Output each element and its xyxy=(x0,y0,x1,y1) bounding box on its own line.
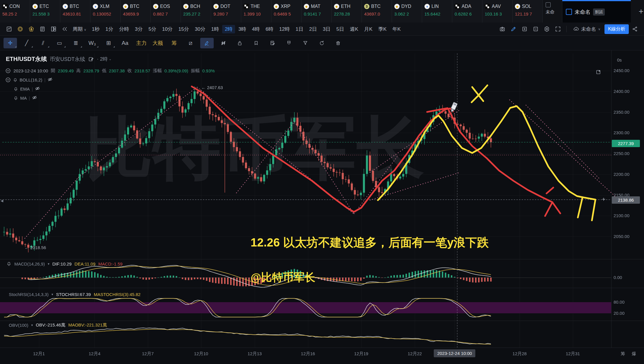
timeframe-2時[interactable]: 2時 xyxy=(222,25,235,33)
ticker-item-etc[interactable]: ◆ETC21.558 3 xyxy=(30,0,60,23)
camera-button[interactable] xyxy=(497,25,507,33)
timeframe-30分[interactable]: 30分 xyxy=(192,25,208,33)
orderbook-button[interactable] xyxy=(37,25,47,33)
ticker-item-ada[interactable]: ADA0.6282 6 xyxy=(452,0,482,23)
burst-corner-button[interactable]: 爆 xyxy=(632,351,636,357)
timeframe-1秒[interactable]: 1秒 xyxy=(89,25,102,33)
ticker-item-the[interactable]: THE1.399 10 xyxy=(241,0,271,23)
macd-caret[interactable]: ▾ xyxy=(48,262,49,266)
ticker-item-aav[interactable]: AAV103.16 3 xyxy=(482,0,513,23)
obv-name[interactable]: OBV(100) xyxy=(9,323,28,328)
timeframe-5日[interactable]: 5日 xyxy=(334,25,347,33)
ticker-item-dot[interactable]: ◆DOT9.280 7 xyxy=(211,0,241,23)
replay-button[interactable] xyxy=(60,25,70,33)
refresh-tool[interactable] xyxy=(315,38,328,48)
ticker-item-sol[interactable]: ◆SOL121.19 7 xyxy=(513,0,543,23)
main-force-tool[interactable]: 主力 xyxy=(135,38,148,48)
timeframe-1分[interactable]: 1分 xyxy=(103,25,116,33)
expand-button[interactable] xyxy=(553,25,563,33)
ticker-item-bch[interactable]: ◆BCH235.27 2 xyxy=(181,0,211,23)
symbol-title[interactable]: ETH/USDT永续 xyxy=(6,55,47,63)
tab-active[interactable]: 未命名 默認 xyxy=(562,0,631,23)
share-button[interactable] xyxy=(630,25,640,33)
chart-canvas[interactable] xyxy=(0,0,644,364)
timeframe-分時[interactable]: 分時 xyxy=(117,25,132,33)
crosshair-plus-icon[interactable]: + xyxy=(602,196,605,203)
ticker-item-mat[interactable]: ◆MAT0.9141 7 xyxy=(302,0,332,23)
gear-button[interactable] xyxy=(542,25,552,33)
kline-analysis-button[interactable]: K線分析 xyxy=(604,24,629,34)
layout-button[interactable] xyxy=(49,25,59,33)
stoch-caret[interactable]: ▾ xyxy=(52,292,53,296)
timeframe-3時[interactable]: 3時 xyxy=(236,25,249,33)
wave-tool[interactable]: W₃ xyxy=(85,38,99,48)
bell-icon[interactable] xyxy=(6,261,11,266)
timeframe-5分[interactable]: 5分 xyxy=(146,25,159,33)
chips-tool[interactable]: 筹 xyxy=(167,38,181,48)
chips-corner-button[interactable]: 筹 xyxy=(621,351,625,357)
collapse-left-arrow[interactable]: ◀ xyxy=(1,199,3,203)
ticker-item-con[interactable]: CON58.25 2 xyxy=(0,0,30,23)
filter-tool[interactable] xyxy=(299,38,312,48)
timeframe-3日[interactable]: 3日 xyxy=(320,25,333,33)
timeframe-季K[interactable]: 季K xyxy=(376,25,389,33)
ticker-item-eos[interactable]: ◆EOS0.882 7 xyxy=(151,0,181,23)
fullscreen-mini-button[interactable] xyxy=(595,69,601,76)
gold-coin-button[interactable] xyxy=(15,25,25,33)
fib-tool[interactable]: ≣ xyxy=(69,38,83,48)
ticker-item-btc[interactable]: ₿BTC43697.0 xyxy=(362,0,392,23)
ticker-item-eth[interactable]: ◆ETH2278.28 xyxy=(332,0,362,23)
shape-tool[interactable]: ▭ xyxy=(53,38,66,48)
big-order-tool[interactable]: 大额 xyxy=(151,38,165,48)
pane-add-button[interactable] xyxy=(520,25,530,33)
collapse-circle-icon[interactable] xyxy=(5,68,11,74)
ticker-item-lin[interactable]: ♦LIN15.6442 xyxy=(422,0,452,23)
hide-candle-tool[interactable] xyxy=(217,38,230,48)
macd-name[interactable]: MACD(14,26,9) xyxy=(14,261,45,266)
add-tab-button[interactable]: + xyxy=(631,0,644,23)
bookmark-tool[interactable] xyxy=(249,38,263,48)
overlay-name[interactable]: MA xyxy=(20,96,27,101)
ticker-item-xrp[interactable]: ◆XRP0.6469 5 xyxy=(271,0,302,23)
timeframe-3分[interactable]: 3分 xyxy=(132,25,145,33)
timeframe-12時[interactable]: 12時 xyxy=(277,25,292,33)
timeframe-1時[interactable]: 1時 xyxy=(208,25,221,33)
timeframe-週K[interactable]: 週K xyxy=(347,25,361,33)
stoch-name[interactable]: StochRSI(14,14,3,3) xyxy=(9,292,49,297)
eye-toggle[interactable] xyxy=(47,77,53,83)
timeframe-2日[interactable]: 2日 xyxy=(306,25,319,33)
overlay-name[interactable]: BOLL(16,2) xyxy=(20,77,42,82)
pencil-button[interactable] xyxy=(508,25,518,33)
cloud-save-menu[interactable]: 未命名 ∨ xyxy=(573,26,600,33)
flash-order-button[interactable] xyxy=(26,25,36,33)
ticker-item-xlm[interactable]: ♦XLM0.130052 xyxy=(90,0,121,23)
tab-partial[interactable]: 未命 xyxy=(543,0,562,23)
template-tool[interactable] xyxy=(266,38,279,48)
kline-panel-button[interactable] xyxy=(4,25,14,33)
ticker-item-btc[interactable]: ◆BTC43659.9 xyxy=(121,0,151,23)
magnet-tool[interactable] xyxy=(282,38,296,48)
timeframe-4時[interactable]: 4時 xyxy=(249,25,262,33)
channel-tool[interactable]: ⫽ xyxy=(36,38,50,48)
timeframe-6時[interactable]: 6時 xyxy=(263,25,276,33)
overlay-name[interactable]: EMA xyxy=(20,86,30,91)
ticker-item-dyd[interactable]: ◆DYD3.062 2 xyxy=(392,0,422,23)
period-menu[interactable]: 周期 ∨ xyxy=(71,26,88,33)
crosshair-tool[interactable]: ✛ xyxy=(4,38,17,48)
timeframe-月K[interactable]: 月K xyxy=(362,25,375,33)
timeframe-年K[interactable]: 年K xyxy=(390,25,403,33)
lock-tool[interactable] xyxy=(233,38,246,48)
pane-del-button[interactable] xyxy=(531,25,541,33)
obv-caret[interactable]: ▾ xyxy=(31,323,33,327)
interval-label[interactable]: · 2時 ⌄ xyxy=(97,56,112,62)
text-tool[interactable]: Aa xyxy=(118,38,132,48)
eye-toggle[interactable] xyxy=(32,95,37,101)
timeframe-10分[interactable]: 10分 xyxy=(160,25,175,33)
delete-tool[interactable] xyxy=(331,38,345,48)
ticker-item-btc[interactable]: ♦BTC43610.81 xyxy=(60,0,90,23)
timeframe-1日[interactable]: 1日 xyxy=(293,25,306,33)
brush-tool[interactable] xyxy=(200,38,214,48)
trendline-tool[interactable]: ╱ xyxy=(20,38,33,48)
ruler-tool[interactable]: ⧄ xyxy=(184,38,197,48)
callout-tool[interactable]: ⊞ xyxy=(102,38,115,48)
